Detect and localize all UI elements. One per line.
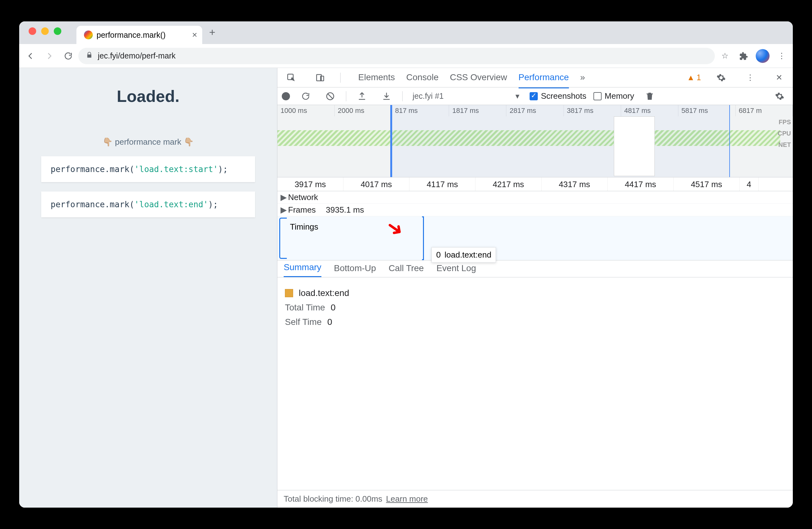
ruler-tick: 2000 ms — [335, 105, 392, 116]
tab-elements[interactable]: Elements — [358, 72, 395, 88]
checkbox-icon — [593, 92, 601, 100]
minimize-window-button[interactable] — [41, 27, 49, 35]
subtab-event-log[interactable]: Event Log — [436, 263, 476, 277]
timing-marker[interactable] — [422, 216, 424, 260]
ruler-tick: 4017 ms — [344, 177, 409, 191]
memory-checkbox[interactable]: Memory — [593, 91, 634, 101]
collapse-arrow-icon: ▶ — [280, 205, 288, 215]
subtab-bottom-up[interactable]: Bottom-Up — [334, 263, 376, 277]
page-heading: Loaded. — [19, 87, 277, 106]
tab-title: performance.mark() — [97, 30, 166, 40]
event-name: load.text:end — [299, 288, 349, 298]
code-string: 'load.text:end' — [134, 200, 208, 209]
new-tab-button[interactable]: + — [205, 25, 220, 40]
track-network[interactable]: ▶ Network — [277, 191, 793, 204]
reload-record-button[interactable] — [297, 87, 315, 105]
tab-console[interactable]: Console — [406, 72, 439, 88]
tab-performance[interactable]: Performance — [519, 72, 569, 88]
performance-footer: Total blocking time: 0.00ms Learn more — [277, 490, 793, 507]
code-string: 'load.text:start' — [134, 165, 218, 174]
tab-css-overview[interactable]: CSS Overview — [450, 72, 507, 88]
devtools-panel: Elements Console CSS Overview Performanc… — [277, 68, 793, 507]
code-block-1: performance.mark('load.text:start'); — [41, 156, 255, 182]
code-text: performance.mark( — [50, 165, 134, 174]
ruler-tick: 4517 ms — [673, 177, 740, 191]
track-frames[interactable]: ▶ Frames 3935.1 ms — [277, 204, 793, 216]
devtools-tabs: Elements Console CSS Overview Performanc… — [358, 72, 676, 83]
profile-avatar[interactable] — [754, 47, 771, 65]
more-tabs-button[interactable]: » — [580, 72, 585, 88]
track-label: Network — [288, 192, 326, 202]
page-subtitle: 👇🏼 performance mark 👇🏼 — [19, 137, 277, 147]
close-devtools-button[interactable]: ✕ — [770, 69, 788, 86]
ruler-tick: 4117 ms — [409, 177, 476, 191]
ruler-tick: 4 — [740, 177, 758, 191]
forward-button[interactable] — [41, 47, 58, 65]
download-button[interactable] — [378, 87, 395, 105]
divider — [340, 73, 340, 83]
learn-more-link[interactable]: Learn more — [386, 494, 428, 504]
total-time-label: Total Time — [285, 303, 325, 313]
ruler-tick: 4217 ms — [476, 177, 541, 191]
profile-select[interactable]: jec.fyi #1 ▾ — [409, 90, 523, 102]
code-text: performance.mark( — [50, 200, 134, 209]
viewport-handle-left[interactable] — [390, 105, 392, 177]
checkbox-label: Memory — [605, 91, 634, 101]
code-text: ); — [208, 200, 218, 209]
close-window-button[interactable] — [29, 27, 36, 35]
warnings-count: 1 — [697, 73, 701, 82]
settings-button[interactable] — [712, 69, 730, 86]
event-color-swatch — [285, 289, 293, 297]
devtools-header: Elements Console CSS Overview Performanc… — [277, 68, 793, 87]
reload-button[interactable] — [59, 47, 77, 65]
profile-name: jec.fyi #1 — [412, 91, 444, 101]
omnibox[interactable]: jec.fyi/demo/perf-mark — [78, 48, 715, 64]
timing-tooltip: 0 load.text:end — [432, 247, 496, 262]
ruler-tick: 6817 m — [736, 105, 793, 116]
lane-label: CPU — [778, 128, 791, 139]
screenshots-checkbox[interactable]: Screenshots — [530, 91, 586, 101]
lock-icon — [86, 52, 93, 60]
ruler-tick: 3917 ms — [277, 177, 344, 191]
capture-settings-button[interactable] — [771, 87, 788, 105]
warnings-badge[interactable]: ▲ 1 — [687, 73, 701, 82]
performance-overview[interactable]: 1000 ms 2000 ms 817 ms 1817 ms 2817 ms 3… — [277, 105, 793, 177]
menu-button[interactable]: ⋮ — [773, 47, 790, 65]
checkbox-label: Screenshots — [541, 91, 586, 101]
url-text: jec.fyi/demo/perf-mark — [98, 51, 175, 60]
inspect-element-button[interactable] — [282, 69, 300, 86]
tooltip-value: 0 — [436, 250, 440, 260]
checkbox-checked-icon — [530, 92, 538, 100]
extensions-button[interactable] — [735, 47, 753, 65]
record-button[interactable] — [282, 92, 290, 100]
track-label: Timings — [290, 222, 318, 232]
summary-panel: load.text:end Total Time 0 Self Time 0 — [277, 277, 793, 490]
back-button[interactable] — [22, 47, 39, 65]
maximize-window-button[interactable] — [54, 27, 61, 35]
annotation-arrow-icon: ➜ — [382, 214, 409, 242]
upload-button[interactable] — [353, 87, 371, 105]
device-toggle-button[interactable] — [311, 69, 329, 86]
overview-viewport[interactable] — [391, 105, 730, 177]
star-button[interactable]: ☆ — [716, 47, 734, 65]
subtab-call-tree[interactable]: Call Tree — [389, 263, 424, 277]
page-content: Loaded. 👇🏼 performance mark 👇🏼 performan… — [19, 68, 277, 507]
performance-toolbar: jec.fyi #1 ▾ Screenshots Memory — [277, 87, 793, 105]
trash-button[interactable] — [641, 87, 658, 105]
blocking-time-text: Total blocking time: 0.00ms — [284, 494, 382, 504]
divider — [402, 91, 403, 101]
address-bar: jec.fyi/demo/perf-mark ☆ ⋮ — [19, 44, 793, 68]
lane-label: FPS — [778, 116, 791, 128]
chevron-down-icon: ▾ — [516, 91, 520, 101]
frames-time: 3935.1 ms — [326, 205, 364, 215]
ruler-tick: 4317 ms — [541, 177, 608, 191]
content-split: Loaded. 👇🏼 performance mark 👇🏼 performan… — [19, 68, 793, 507]
detail-ruler: 3917 ms 4017 ms 4117 ms 4217 ms 4317 ms … — [277, 177, 793, 191]
code-text: ); — [218, 165, 228, 174]
browser-tab[interactable]: performance.mark() × — [76, 26, 202, 44]
subtab-summary[interactable]: Summary — [284, 262, 321, 277]
kebab-menu-button[interactable]: ⋮ — [741, 69, 759, 86]
clear-button[interactable] — [321, 87, 339, 105]
track-timings[interactable]: Timings ➜ 0 load.text:end — [277, 216, 793, 260]
close-tab-button[interactable]: × — [192, 30, 197, 40]
